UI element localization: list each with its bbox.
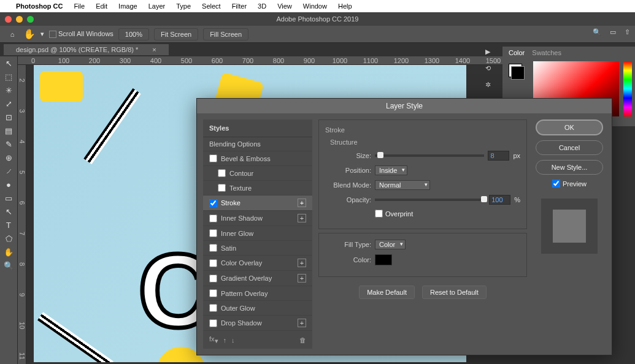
menu-view[interactable]: View (277, 2, 292, 10)
effect-row-bevel-emboss[interactable]: Bevel & Emboss (203, 151, 312, 166)
effect-checkbox[interactable] (209, 319, 217, 327)
fill-type-select[interactable]: Color (375, 240, 406, 249)
add-effect-icon[interactable]: + (298, 319, 306, 327)
fx-icon[interactable]: fx▾ (209, 335, 218, 345)
effect-row-inner-glow[interactable]: Inner Glow (203, 226, 312, 241)
preview-checkbox[interactable]: Preview (552, 180, 587, 188)
background-color-swatch[interactable] (511, 66, 525, 80)
opacity-input[interactable] (489, 195, 510, 205)
zoom-tool[interactable]: 🔍 (0, 259, 17, 272)
menu-window[interactable]: Window (303, 2, 327, 10)
eyedropper-tool[interactable]: ▤ (0, 124, 17, 137)
workspace-icon[interactable]: ▭ (610, 28, 616, 36)
effect-row-inner-shadow[interactable]: Inner Shadow+ (203, 211, 312, 226)
gradient-tool[interactable]: ● (0, 178, 17, 191)
tab-color[interactable]: Color (509, 49, 525, 56)
up-arrow-icon[interactable]: ↑ (223, 336, 227, 344)
effect-checkbox[interactable] (209, 259, 217, 267)
effect-checkbox[interactable] (209, 154, 217, 162)
scroll-all-windows-checkbox[interactable]: Scroll All Windows (49, 30, 114, 38)
menu-file[interactable]: File (74, 2, 85, 10)
history-icon[interactable]: ⟲ (485, 64, 491, 72)
menu-help[interactable]: Help (338, 2, 352, 10)
overprint-checkbox[interactable]: Overprint (375, 210, 413, 218)
close-icon[interactable] (5, 16, 12, 23)
minimize-icon[interactable] (16, 16, 23, 23)
hue-slider[interactable] (623, 61, 632, 116)
add-effect-icon[interactable]: + (298, 274, 306, 282)
effect-row-drop-shadow[interactable]: Drop Shadow+ (203, 316, 312, 331)
make-default-button[interactable]: Make Default (359, 286, 415, 299)
menu-edit[interactable]: Edit (96, 2, 107, 10)
size-slider[interactable] (375, 154, 484, 157)
hand-tool-icon[interactable]: ✋ (23, 28, 36, 40)
styles-header[interactable]: Styles (203, 119, 312, 137)
hand-tool[interactable]: ✋ (0, 245, 17, 259)
size-input[interactable] (488, 151, 509, 161)
wheel-icon[interactable]: ✲ (485, 81, 491, 89)
menu-image[interactable]: Image (118, 2, 137, 10)
home-icon[interactable]: ⌂ (6, 29, 18, 40)
app-name[interactable]: Photoshop CC (16, 2, 63, 10)
crop-tool[interactable]: ⤢ (0, 97, 17, 110)
frame-tool[interactable]: ⊡ (0, 110, 17, 124)
close-tab-icon[interactable]: × (146, 44, 162, 55)
shape-tool[interactable]: ▭ (0, 191, 17, 205)
lasso-tool[interactable]: ✳ (0, 83, 17, 97)
play-icon[interactable]: ▶ (485, 48, 490, 56)
effect-checkbox[interactable] (209, 289, 217, 297)
menu-type[interactable]: Type (176, 2, 191, 10)
healing-tool[interactable]: ⊕ (0, 151, 17, 164)
effect-checkbox[interactable] (209, 244, 217, 252)
move-tool[interactable]: ↖ (0, 56, 17, 70)
add-effect-icon[interactable]: + (298, 214, 306, 222)
marquee-tool[interactable]: ⬚ (0, 70, 17, 83)
ok-button[interactable]: OK (536, 119, 603, 135)
effect-row-stroke[interactable]: Stroke+ (203, 195, 312, 211)
menu-select[interactable]: Select (202, 2, 221, 10)
brush-tool[interactable]: ✎ (0, 137, 17, 151)
add-effect-icon[interactable]: + (298, 259, 306, 267)
add-effect-icon[interactable]: + (298, 199, 306, 207)
effect-checkbox[interactable] (218, 169, 226, 177)
search-icon[interactable]: 🔍 (593, 28, 601, 36)
effect-checkbox[interactable] (218, 184, 226, 192)
new-style-button[interactable]: New Style... (536, 160, 603, 175)
opacity-slider[interactable] (375, 199, 485, 201)
reset-default-button[interactable]: Reset to Default (422, 286, 487, 299)
menu-layer[interactable]: Layer (148, 2, 166, 10)
clone-tool[interactable]: ⟋ (0, 164, 17, 178)
color-swatch[interactable] (375, 254, 392, 265)
pen-tool[interactable]: ⬠ (0, 232, 17, 245)
menu-filter[interactable]: Filter (232, 2, 247, 10)
zoom-level-field[interactable]: 100% (118, 28, 149, 40)
blending-options-row[interactable]: Blending Options (203, 137, 312, 151)
effect-checkbox[interactable] (209, 229, 217, 237)
effect-row-color-overlay[interactable]: Color Overlay+ (203, 256, 312, 271)
tool-preset-chevron-icon[interactable]: ▾ (40, 30, 44, 38)
cancel-button[interactable]: Cancel (536, 140, 603, 155)
fill-screen-button[interactable]: Fill Screen (203, 28, 248, 40)
effect-row-outer-glow[interactable]: Outer Glow (203, 301, 312, 316)
effect-row-satin[interactable]: Satin (203, 241, 312, 256)
share-icon[interactable]: ⇧ (625, 28, 630, 36)
tab-swatches[interactable]: Swatches (532, 49, 561, 56)
document-tab[interactable]: design.psd @ 100% (CREATE, RGB/8) * × (4, 44, 169, 55)
effect-checkbox[interactable] (209, 199, 217, 207)
type-tool[interactable]: T (0, 218, 17, 232)
fit-screen-button[interactable]: Fit Screen (154, 28, 198, 40)
effect-row-pattern-overlay[interactable]: Pattern Overlay (203, 286, 312, 301)
path-tool[interactable]: ↖ (0, 205, 17, 218)
ruler-vertical[interactable]: 234567891011 (18, 65, 26, 364)
effect-row-contour[interactable]: Contour (203, 166, 312, 181)
position-select[interactable]: Inside (375, 165, 407, 175)
down-arrow-icon[interactable]: ↓ (231, 336, 235, 344)
blend-mode-select[interactable]: Normal (375, 180, 430, 190)
effect-checkbox[interactable] (209, 275, 217, 282)
effect-checkbox[interactable] (209, 214, 217, 222)
zoom-icon[interactable] (27, 16, 34, 23)
trash-icon[interactable]: 🗑 (299, 336, 306, 344)
effect-row-texture[interactable]: Texture (203, 181, 312, 195)
effect-checkbox[interactable] (209, 304, 217, 312)
effect-row-gradient-overlay[interactable]: Gradient Overlay+ (203, 271, 312, 286)
